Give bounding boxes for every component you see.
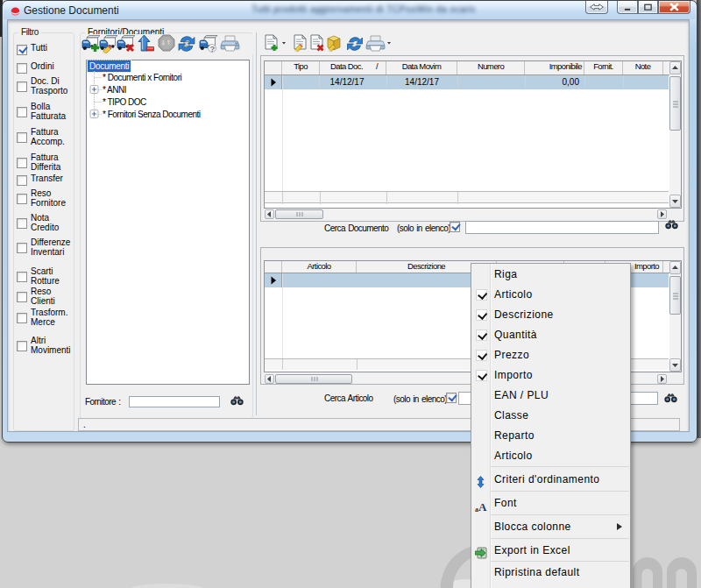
svg-text:?: ? — [210, 44, 216, 53]
svg-text:a: a — [475, 506, 478, 513]
svg-text:A: A — [478, 501, 487, 513]
